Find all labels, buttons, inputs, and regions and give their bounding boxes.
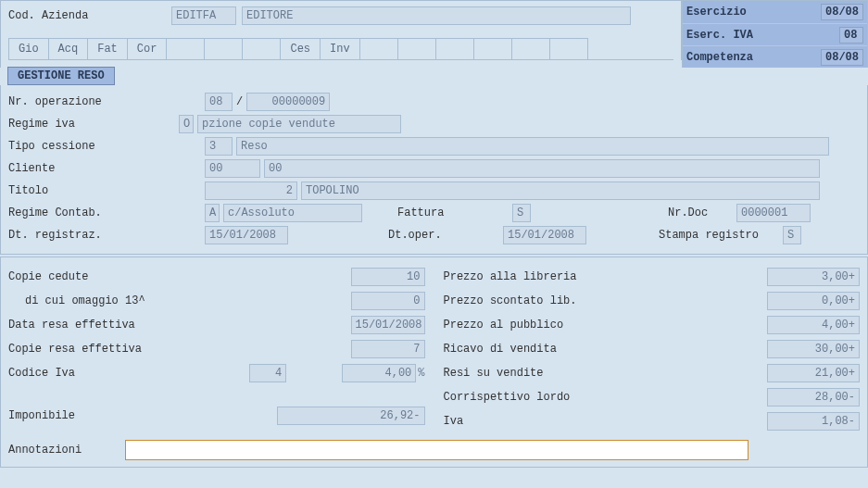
tab-fat[interactable]: Fat [87, 38, 128, 59]
competenza-label: Competenza [686, 51, 779, 64]
corrispettivo-value: 28,00- [767, 388, 860, 407]
esercizio-row: Esercizio 08/08 [683, 1, 867, 23]
nr-operazione-b: 00000009 [246, 93, 330, 111]
regime-iva-label: Regime iva [8, 118, 175, 131]
codice-iva-pct: 4,00 [342, 364, 416, 382]
pct-sign: % [418, 367, 424, 380]
codice-iva-label: Codice Iva [8, 367, 249, 380]
regime-iva-row: Regime iva O pzione copie vendute [8, 113, 860, 135]
dt-registraz-label: Dt. registraz. [8, 229, 175, 242]
tab-blank-8[interactable]: . [511, 38, 550, 59]
copie-resa-value: 7 [351, 340, 425, 358]
annotazioni-input[interactable] [125, 440, 748, 460]
prezzo-pubblico-label: Prezzo al pubblico [444, 319, 768, 332]
tab-blank-9[interactable]: . [549, 38, 588, 59]
tab-blank-4[interactable]: . [359, 38, 398, 59]
codice-iva-code: 4 [249, 364, 286, 382]
tab-blank-3[interactable]: . [242, 38, 281, 59]
fattura-label: Fattura [397, 206, 509, 219]
imponibile-label: Imponibile [8, 409, 277, 422]
copie-cedute-value: 10 [351, 268, 425, 286]
nr-operazione-label: Nr. operazione [8, 95, 175, 108]
subtab-gestione-reso[interactable]: GESTIONE RESO [7, 67, 115, 85]
corrispettivo-label: Corrispettivo lordo [444, 391, 768, 404]
regime-iva-desc: pzione copie vendute [197, 115, 401, 133]
tab-gio[interactable]: Gio [8, 38, 49, 59]
tab-blank-1[interactable]: . [166, 38, 205, 59]
header-left: Cod. Azienda EDITFA EDITORE Gio Acq Fat … [1, 1, 682, 60]
nr-operazione-sep: / [236, 95, 243, 108]
grid-left-col: Copie cedute 10 di cui omaggio 13^ 0 Dat… [8, 265, 425, 433]
tipo-cessione-row: Tipo cessione 3 Reso [8, 135, 860, 157]
omaggio-label: di cui omaggio 13^ [8, 294, 351, 307]
cliente-a: 00 [205, 159, 260, 178]
eserc-iva-value: 08 [839, 27, 863, 44]
dt-oper-value: 15/01/2008 [503, 226, 586, 244]
tab-cor[interactable]: Cor [127, 38, 168, 59]
titolo-label: Titolo [8, 184, 175, 197]
competenza-value: 08/08 [821, 49, 863, 66]
tipo-cessione-label: Tipo cessione [8, 140, 175, 153]
nr-operazione-row: Nr. operazione 08 / 00000009 [8, 91, 860, 113]
data-resa-value: 15/01/2008 [351, 316, 425, 334]
eserc-iva-label: Eserc. IVA [686, 29, 779, 42]
stampa-registro-value: S [783, 226, 801, 244]
tabs-row: Gio Acq Fat Cor . . . Ces Inv . . . . . … [8, 34, 673, 60]
tab-acq[interactable]: Acq [48, 38, 89, 59]
copie-cedute-label: Copie cedute [8, 270, 351, 283]
cliente-b: 00 [264, 159, 820, 178]
prezzo-libreria-label: Prezzo alla libreria [444, 270, 768, 283]
eserc-iva-row: Eserc. IVA 08 [683, 23, 867, 45]
annotazioni-label: Annotazioni [8, 444, 120, 457]
cod-azienda-desc: EDITORE [242, 6, 631, 25]
dt-oper-label: Dt.oper. [388, 229, 499, 242]
cod-azienda-label: Cod. Azienda [8, 9, 166, 22]
regime-contab-desc: c/Assoluto [223, 204, 362, 222]
ricavo-label: Ricavo di vendita [444, 343, 768, 356]
tab-blank-7[interactable]: . [473, 38, 512, 59]
regime-contab-row: Regime Contab. A c/Assoluto Fattura S Nr… [8, 202, 860, 224]
header-right: Esercizio 08/08 Eserc. IVA 08 Competenza… [682, 1, 867, 68]
tipo-cessione-code: 3 [205, 137, 233, 156]
fattura-value: S [512, 204, 531, 222]
titolo-code: 2 [205, 181, 297, 200]
tab-blank-6[interactable]: . [435, 38, 474, 59]
dt-registraz-value: 15/01/2008 [205, 226, 288, 244]
iva-label: Iva [444, 415, 768, 428]
form-panel: Nr. operazione 08 / 00000009 Regime iva … [0, 85, 868, 255]
prezzo-scontato-value: 0,00+ [767, 292, 860, 310]
regime-contab-code: A [205, 204, 220, 222]
prezzo-pubblico-value: 4,00+ [767, 316, 860, 334]
resi-label: Resi su vendite [444, 367, 768, 380]
annotazioni-row: Annotazioni [8, 437, 860, 463]
titolo-desc: TOPOLINO [301, 181, 820, 200]
cod-azienda-row: Cod. Azienda EDITFA EDITORE [8, 6, 673, 25]
subtab-row: GESTIONE RESO [0, 67, 868, 85]
grid-panel: Copie cedute 10 di cui omaggio 13^ 0 Dat… [0, 257, 868, 468]
prezzo-libreria-value: 3,00+ [767, 268, 860, 286]
cliente-row: Cliente 00 00 [8, 157, 860, 180]
nrdoc-value: 0000001 [736, 204, 811, 222]
regime-iva-code: O [179, 115, 194, 133]
prezzo-scontato-label: Prezzo scontato lib. [444, 294, 768, 307]
data-resa-label: Data resa effettiva [8, 319, 351, 332]
grid-right-col: Prezzo alla libreria 3,00+ Prezzo sconta… [444, 265, 861, 433]
imponibile-value: 26,92- [277, 407, 425, 425]
cliente-label: Cliente [8, 162, 175, 175]
cod-azienda-code: EDITFA [171, 6, 236, 25]
nr-operazione-a: 08 [205, 93, 233, 111]
header: Cod. Azienda EDITFA EDITORE Gio Acq Fat … [0, 0, 868, 68]
tipo-cessione-desc: Reso [236, 137, 829, 156]
titolo-row: Titolo 2 TOPOLINO [8, 180, 860, 202]
ricavo-value: 30,00+ [767, 340, 860, 358]
copie-resa-label: Copie resa effettiva [8, 343, 351, 356]
regime-contab-label: Regime Contab. [8, 206, 175, 219]
tab-blank-5[interactable]: . [397, 38, 436, 59]
competenza-row: Competenza 08/08 [683, 45, 867, 68]
tab-inv[interactable]: Inv [320, 38, 360, 59]
omaggio-value: 0 [351, 292, 425, 310]
tab-ces[interactable]: Ces [280, 38, 321, 59]
esercizio-value: 08/08 [821, 4, 863, 20]
tab-blank-2[interactable]: . [204, 38, 243, 59]
nrdoc-label: Nr.Doc [668, 206, 733, 219]
